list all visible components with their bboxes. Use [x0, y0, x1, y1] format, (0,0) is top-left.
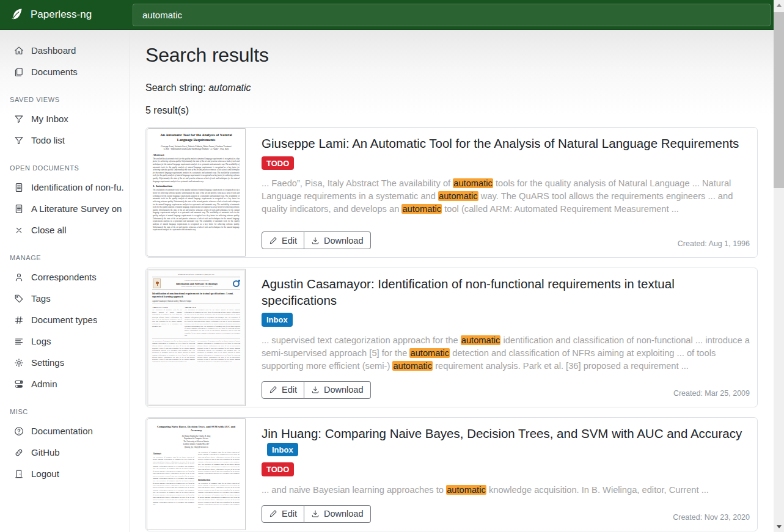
- thumbnail-authors: Agustín Casamayor, Daniela Godoy, Marcel…: [152, 300, 240, 304]
- document-title: Agustin Casamayor: Identification of non…: [262, 276, 750, 308]
- person-icon: [14, 272, 24, 282]
- sidebar-item-github[interactable]: GitHub: [0, 442, 130, 463]
- global-search-input[interactable]: [133, 4, 771, 26]
- highlighted-term: automatic: [446, 485, 486, 495]
- document-title: Jin Huang: Comparing Naive Bayes, Decisi…: [262, 426, 750, 458]
- thumbnail-title: Identification of non-functional require…: [152, 292, 240, 299]
- download-button[interactable]: Download: [304, 505, 371, 523]
- sidebar-section: DashboardDocuments: [0, 40, 130, 82]
- thumbnail-author-line: {jhuang, jlu, cling}@csd.uwo.ca: [153, 446, 240, 449]
- download-button[interactable]: Download: [304, 381, 371, 399]
- document-title-link[interactable]: Giuseppe Lami: An Automatic Tool for the…: [262, 136, 739, 150]
- thumbnail-section-heading: Abstract: [153, 153, 240, 156]
- house-icon: [14, 46, 24, 56]
- search-result-card: Information and Software Technology 51 (…: [145, 268, 758, 407]
- sidebar-item-label: Admin: [31, 379, 57, 389]
- file-text-icon: [14, 183, 24, 192]
- sidebar-item-label: Todo list: [31, 135, 65, 145]
- tag-badge-todo: TODO: [262, 462, 294, 476]
- sidebar-item-close-all[interactable]: Close all: [0, 219, 130, 241]
- document-thumbnail: Information and Software Technology 51 (…: [147, 269, 246, 406]
- toggles-icon: [14, 379, 24, 389]
- sidebar-item-document-types[interactable]: Document types: [0, 309, 130, 330]
- vertical-scrollbar: [774, 0, 784, 532]
- sidebar-section: OPEN DOCUMENTSIdentification of non-fu..…: [0, 157, 130, 241]
- document-title-link[interactable]: Jin Huang: Comparing Naive Bayes, Decisi…: [262, 426, 742, 440]
- sidebar-section-heading: SAVED VIEWS: [0, 89, 130, 108]
- document-thumbnail: An Automatic Tool for the Analysis of Na…: [147, 128, 246, 257]
- thumbnail-homepage-line: journal homepage: www.elsevier.com/locat…: [163, 286, 231, 288]
- result-card-footer: EditDownloadCreated: Nov 23, 2020: [262, 505, 750, 523]
- thumbnail-text: The availability of automatic tools for …: [185, 309, 240, 337]
- document-title-link[interactable]: Agustin Casamayor: Identification of non…: [262, 277, 675, 307]
- thumbnail-text: The availability of automatic tools for …: [198, 483, 240, 509]
- top-navbar: Paperless-ng: [0, 0, 774, 30]
- thumbnail-text: The availability of automatic tools for …: [153, 456, 194, 506]
- search-result-card: Comparing Naive Bayes, Decision Trees, a…: [145, 417, 758, 531]
- app-body: DashboardDocumentsSAVED VIEWSMy InboxTod…: [0, 30, 774, 532]
- highlighted-term: automatic: [438, 191, 478, 201]
- sidebar-nav: DashboardDocumentsSAVED VIEWSMy InboxTod…: [0, 30, 130, 532]
- created-date: Created: Aug 1, 1996: [678, 239, 750, 249]
- thumbnail-text: The availability of automatic tools for …: [153, 189, 240, 231]
- sidebar-item-label: Logs: [31, 336, 51, 346]
- pencil-icon: [269, 236, 277, 245]
- sidebar-item-documentation[interactable]: Documentation: [0, 420, 130, 442]
- sidebar-item-documents[interactable]: Documents: [0, 61, 130, 82]
- scroll-up-button[interactable]: [774, 0, 784, 10]
- results-list: An Automatic Tool for the Analysis of Na…: [145, 127, 758, 532]
- highlighted-term: automatic: [453, 178, 493, 188]
- sidebar-item-todo-list[interactable]: Todo list: [0, 129, 130, 151]
- sidebar-item-open-doc-2[interactable]: A Literature Survey on ...: [0, 198, 130, 219]
- sidebar-item-label: Documentation: [31, 426, 93, 436]
- sidebar-item-dashboard[interactable]: Dashboard: [0, 40, 130, 61]
- edit-button[interactable]: Edit: [262, 381, 304, 399]
- thumbnail-section-heading: Introduction: [198, 479, 240, 481]
- tag-badge-inbox: Inbox: [262, 313, 293, 327]
- sidebar-item-logs[interactable]: Logs: [0, 330, 130, 352]
- text-left-icon: [14, 337, 24, 346]
- brand-label: Paperless-ng: [31, 9, 92, 21]
- search-snippet: ... supervised text categorization appro…: [262, 334, 750, 373]
- sidebar-item-label: Document types: [31, 315, 97, 325]
- result-card-footer: EditDownloadCreated: Mar 25, 2009: [262, 381, 750, 399]
- result-count: 5 result(s): [145, 105, 758, 116]
- thumbnail-body-col: AbstractThe availability of automatic to…: [153, 451, 194, 508]
- edit-button[interactable]: Edit: [262, 505, 304, 523]
- edit-button-label: Edit: [282, 236, 297, 246]
- thumbnail-authors: Giuseppe Lami, Stefania Gnesi, Fabrizio …: [153, 145, 240, 148]
- sidebar-item-settings[interactable]: Settings: [0, 352, 130, 373]
- scroll-down-button[interactable]: [774, 522, 784, 532]
- highlighted-term: automatic: [392, 361, 433, 371]
- sidebar-item-open-doc-1[interactable]: Identification of non-fu...: [0, 177, 130, 198]
- result-card-footer: EditDownloadCreated: Aug 1, 1996: [262, 231, 750, 249]
- document-actions: EditDownload: [262, 381, 371, 399]
- download-button-label: Download: [324, 509, 364, 519]
- snippet-text: ... Faedo”, Pisa, Italy Abstract The ava…: [262, 178, 453, 188]
- x-icon: [14, 225, 24, 235]
- sidebar-item-my-inbox[interactable]: My Inbox: [0, 108, 130, 129]
- thumbnail-columns: ARTICLE INFOThe availability of automati…: [152, 306, 240, 337]
- result-card-body: Giuseppe Lami: An Automatic Tool for the…: [246, 128, 757, 257]
- search-snippet: ... and naive Bayesian learning approach…: [262, 484, 750, 497]
- sidebar-item-logout[interactable]: Logout: [0, 463, 130, 484]
- elsevier-logo-icon: [153, 279, 161, 288]
- tag-icon: [14, 294, 24, 304]
- edit-button-label: Edit: [282, 509, 297, 519]
- sidebar-item-correspondents[interactable]: Correspondents: [0, 266, 130, 288]
- link-icon: [14, 448, 24, 457]
- thumbnail-abstract: ABSTRACTThe availability of automatic to…: [185, 306, 240, 337]
- scrollbar-thumb[interactable]: [774, 12, 784, 188]
- pencil-icon: [269, 385, 277, 394]
- created-date: Created: Mar 25, 2009: [673, 389, 750, 399]
- edit-button[interactable]: Edit: [262, 231, 304, 249]
- page-title: Search results: [145, 44, 758, 67]
- sidebar-item-admin[interactable]: Admin: [0, 373, 130, 395]
- brand-link[interactable]: Paperless-ng: [0, 7, 130, 22]
- highlighted-term: automatic: [461, 335, 501, 345]
- sidebar-item-tags[interactable]: Tags: [0, 288, 130, 309]
- download-button[interactable]: Download: [304, 231, 371, 249]
- document-actions: EditDownload: [262, 505, 371, 523]
- sidebar-section-heading: MANAGE: [0, 247, 130, 266]
- gear-icon: [14, 358, 24, 368]
